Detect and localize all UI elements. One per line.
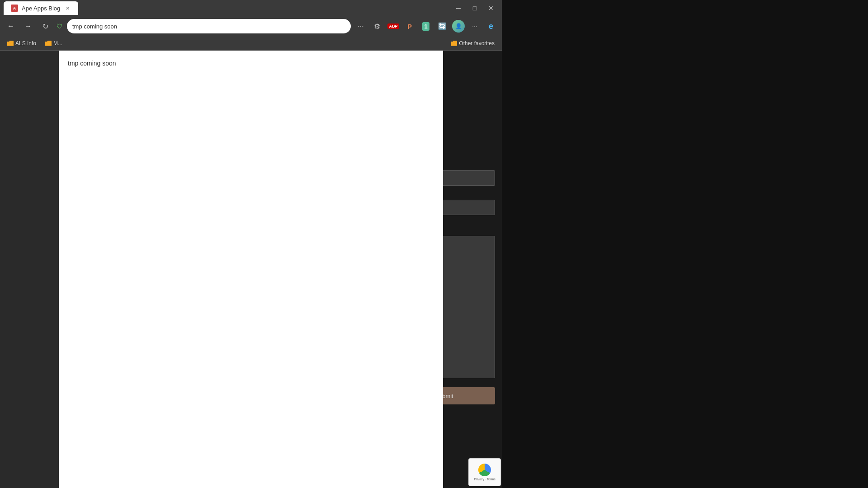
address-text: tmp coming soon [72,23,117,30]
form-field-2[interactable] [443,200,495,215]
nav-bar: ← → ↻ 🛡 tmp coming soon ··· ⚙ ABP P 1 🔄 [0,16,502,36]
minimize-button[interactable]: ─ [451,2,466,14]
browser-window: A Ape Apps Blog ✕ ─ □ ✕ ← → ↻ 🛡 tmp comi… [0,0,502,488]
bookmarks-bar: ALS Info M... Other favorites [0,36,502,51]
recaptcha-logo [478,464,491,476]
tab-close-button[interactable]: ✕ [64,5,71,12]
user-avatar-image: 👤 [452,20,465,33]
right-panel: ePirateRyoko Submit Privacy · Terms [443,51,502,488]
edge-icon[interactable]: e [484,19,498,33]
background-area [502,0,868,488]
forward-button[interactable]: → [21,19,35,33]
folder-icon [7,41,14,46]
folder-icon-2 [45,41,52,46]
bookmark-m-label: M... [53,40,62,47]
security-shield-icon: 🛡 [55,22,64,31]
submit-button[interactable]: Submit [443,387,495,404]
active-tab[interactable]: A Ape Apps Blog ✕ [4,1,78,15]
pocket-button[interactable]: P [402,19,417,33]
abp-badge: ABP [387,23,399,29]
bookmark-als-info[interactable]: ALS Info [4,38,40,48]
form-textarea[interactable] [443,236,495,378]
maximize-button[interactable]: □ [467,2,482,14]
back-button[interactable]: ← [4,19,18,33]
window-controls: ─ □ ✕ [451,2,498,14]
other-favorites-folder-icon [451,41,457,46]
refresh-button[interactable]: ↻ [38,19,52,33]
other-favorites-label: Other favorites [459,40,495,47]
recaptcha-badge: Privacy · Terms [468,458,501,486]
browser-menu-button[interactable]: ··· [467,19,482,33]
abp-button[interactable]: ABP [386,19,401,33]
left-panel [0,51,59,488]
browser-content: tmp coming soon ePirateRyoko Submit Priv… [0,51,502,488]
recaptcha-text: Privacy · Terms [474,478,495,481]
page-content: tmp coming soon [59,51,502,76]
title-bar: A Ape Apps Blog ✕ ─ □ ✕ [0,0,502,16]
profile-switch-button[interactable]: 1 [419,19,433,33]
submit-label: Submit [443,393,453,399]
extensions-icon[interactable]: ⚙ [370,19,384,33]
bookmark-m[interactable]: M... [42,38,66,48]
close-button[interactable]: ✕ [484,2,498,14]
address-bar[interactable]: tmp coming soon [67,19,351,33]
form-field-1[interactable] [443,170,495,186]
page-text: tmp coming soon [68,60,116,67]
profile-avatar[interactable]: 👤 [451,19,466,33]
sync-button[interactable]: 🔄 [435,19,449,33]
nav-right-icons: ··· ⚙ ABP P 1 🔄 👤 ··· e [354,19,498,33]
more-tools-button[interactable]: ··· [354,19,368,33]
bookmark-als-info-label: ALS Info [15,40,36,47]
tab-title: Ape Apps Blog [22,5,60,12]
page-frame: tmp coming soon [59,51,502,488]
tab-favicon: A [11,5,18,12]
other-favorites-folder[interactable]: Other favorites [447,38,498,48]
